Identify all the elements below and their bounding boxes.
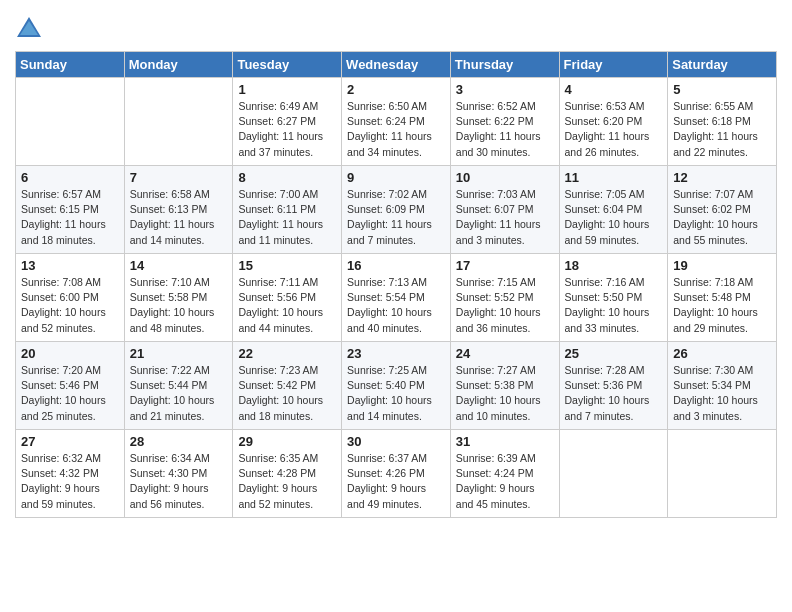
day-info: Sunrise: 7:20 AM Sunset: 5:46 PM Dayligh… [21, 363, 119, 424]
day-info: Sunrise: 6:35 AM Sunset: 4:28 PM Dayligh… [238, 451, 336, 512]
day-info: Sunrise: 7:23 AM Sunset: 5:42 PM Dayligh… [238, 363, 336, 424]
day-number: 22 [238, 346, 336, 361]
day-number: 21 [130, 346, 228, 361]
calendar-cell: 7Sunrise: 6:58 AM Sunset: 6:13 PM Daylig… [124, 166, 233, 254]
day-info: Sunrise: 7:11 AM Sunset: 5:56 PM Dayligh… [238, 275, 336, 336]
calendar-cell: 11Sunrise: 7:05 AM Sunset: 6:04 PM Dayli… [559, 166, 668, 254]
logo [15, 15, 47, 43]
calendar-cell: 16Sunrise: 7:13 AM Sunset: 5:54 PM Dayli… [342, 254, 451, 342]
calendar-cell [668, 430, 777, 518]
calendar-cell: 29Sunrise: 6:35 AM Sunset: 4:28 PM Dayli… [233, 430, 342, 518]
day-info: Sunrise: 6:37 AM Sunset: 4:26 PM Dayligh… [347, 451, 445, 512]
day-info: Sunrise: 7:00 AM Sunset: 6:11 PM Dayligh… [238, 187, 336, 248]
day-number: 19 [673, 258, 771, 273]
calendar-cell: 19Sunrise: 7:18 AM Sunset: 5:48 PM Dayli… [668, 254, 777, 342]
calendar-cell: 31Sunrise: 6:39 AM Sunset: 4:24 PM Dayli… [450, 430, 559, 518]
day-number: 23 [347, 346, 445, 361]
calendar-cell: 4Sunrise: 6:53 AM Sunset: 6:20 PM Daylig… [559, 78, 668, 166]
day-info: Sunrise: 6:55 AM Sunset: 6:18 PM Dayligh… [673, 99, 771, 160]
day-info: Sunrise: 7:02 AM Sunset: 6:09 PM Dayligh… [347, 187, 445, 248]
day-number: 5 [673, 82, 771, 97]
day-info: Sunrise: 7:27 AM Sunset: 5:38 PM Dayligh… [456, 363, 554, 424]
weekday-header-monday: Monday [124, 52, 233, 78]
day-info: Sunrise: 7:05 AM Sunset: 6:04 PM Dayligh… [565, 187, 663, 248]
week-row-4: 20Sunrise: 7:20 AM Sunset: 5:46 PM Dayli… [16, 342, 777, 430]
calendar-cell: 28Sunrise: 6:34 AM Sunset: 4:30 PM Dayli… [124, 430, 233, 518]
day-number: 29 [238, 434, 336, 449]
day-info: Sunrise: 6:39 AM Sunset: 4:24 PM Dayligh… [456, 451, 554, 512]
day-number: 18 [565, 258, 663, 273]
day-number: 24 [456, 346, 554, 361]
calendar-cell: 27Sunrise: 6:32 AM Sunset: 4:32 PM Dayli… [16, 430, 125, 518]
calendar-table: SundayMondayTuesdayWednesdayThursdayFrid… [15, 51, 777, 518]
weekday-header-tuesday: Tuesday [233, 52, 342, 78]
calendar-cell: 8Sunrise: 7:00 AM Sunset: 6:11 PM Daylig… [233, 166, 342, 254]
day-info: Sunrise: 7:15 AM Sunset: 5:52 PM Dayligh… [456, 275, 554, 336]
calendar-cell: 15Sunrise: 7:11 AM Sunset: 5:56 PM Dayli… [233, 254, 342, 342]
week-row-3: 13Sunrise: 7:08 AM Sunset: 6:00 PM Dayli… [16, 254, 777, 342]
weekday-header-wednesday: Wednesday [342, 52, 451, 78]
logo-icon [15, 15, 43, 43]
day-number: 15 [238, 258, 336, 273]
calendar-cell: 24Sunrise: 7:27 AM Sunset: 5:38 PM Dayli… [450, 342, 559, 430]
day-number: 25 [565, 346, 663, 361]
calendar-cell [16, 78, 125, 166]
day-info: Sunrise: 6:52 AM Sunset: 6:22 PM Dayligh… [456, 99, 554, 160]
day-number: 28 [130, 434, 228, 449]
header-row: SundayMondayTuesdayWednesdayThursdayFrid… [16, 52, 777, 78]
week-row-1: 1Sunrise: 6:49 AM Sunset: 6:27 PM Daylig… [16, 78, 777, 166]
day-info: Sunrise: 7:08 AM Sunset: 6:00 PM Dayligh… [21, 275, 119, 336]
header [15, 10, 777, 43]
day-number: 27 [21, 434, 119, 449]
day-number: 26 [673, 346, 771, 361]
calendar-cell: 23Sunrise: 7:25 AM Sunset: 5:40 PM Dayli… [342, 342, 451, 430]
calendar-cell: 22Sunrise: 7:23 AM Sunset: 5:42 PM Dayli… [233, 342, 342, 430]
weekday-header-saturday: Saturday [668, 52, 777, 78]
calendar-cell: 30Sunrise: 6:37 AM Sunset: 4:26 PM Dayli… [342, 430, 451, 518]
weekday-header-friday: Friday [559, 52, 668, 78]
day-info: Sunrise: 6:53 AM Sunset: 6:20 PM Dayligh… [565, 99, 663, 160]
calendar-cell: 14Sunrise: 7:10 AM Sunset: 5:58 PM Dayli… [124, 254, 233, 342]
day-info: Sunrise: 7:03 AM Sunset: 6:07 PM Dayligh… [456, 187, 554, 248]
calendar-cell: 13Sunrise: 7:08 AM Sunset: 6:00 PM Dayli… [16, 254, 125, 342]
day-number: 13 [21, 258, 119, 273]
day-info: Sunrise: 7:22 AM Sunset: 5:44 PM Dayligh… [130, 363, 228, 424]
day-number: 10 [456, 170, 554, 185]
day-info: Sunrise: 7:16 AM Sunset: 5:50 PM Dayligh… [565, 275, 663, 336]
day-number: 12 [673, 170, 771, 185]
day-info: Sunrise: 7:28 AM Sunset: 5:36 PM Dayligh… [565, 363, 663, 424]
day-number: 6 [21, 170, 119, 185]
day-number: 4 [565, 82, 663, 97]
day-number: 16 [347, 258, 445, 273]
calendar-cell: 5Sunrise: 6:55 AM Sunset: 6:18 PM Daylig… [668, 78, 777, 166]
week-row-2: 6Sunrise: 6:57 AM Sunset: 6:15 PM Daylig… [16, 166, 777, 254]
day-info: Sunrise: 6:49 AM Sunset: 6:27 PM Dayligh… [238, 99, 336, 160]
day-info: Sunrise: 6:58 AM Sunset: 6:13 PM Dayligh… [130, 187, 228, 248]
calendar-cell: 21Sunrise: 7:22 AM Sunset: 5:44 PM Dayli… [124, 342, 233, 430]
calendar-cell: 25Sunrise: 7:28 AM Sunset: 5:36 PM Dayli… [559, 342, 668, 430]
day-number: 11 [565, 170, 663, 185]
calendar-cell: 17Sunrise: 7:15 AM Sunset: 5:52 PM Dayli… [450, 254, 559, 342]
day-info: Sunrise: 7:25 AM Sunset: 5:40 PM Dayligh… [347, 363, 445, 424]
day-number: 3 [456, 82, 554, 97]
day-info: Sunrise: 6:34 AM Sunset: 4:30 PM Dayligh… [130, 451, 228, 512]
day-info: Sunrise: 7:13 AM Sunset: 5:54 PM Dayligh… [347, 275, 445, 336]
calendar-cell: 9Sunrise: 7:02 AM Sunset: 6:09 PM Daylig… [342, 166, 451, 254]
day-info: Sunrise: 7:30 AM Sunset: 5:34 PM Dayligh… [673, 363, 771, 424]
calendar-cell: 3Sunrise: 6:52 AM Sunset: 6:22 PM Daylig… [450, 78, 559, 166]
day-number: 31 [456, 434, 554, 449]
calendar-cell: 18Sunrise: 7:16 AM Sunset: 5:50 PM Dayli… [559, 254, 668, 342]
day-number: 7 [130, 170, 228, 185]
calendar-cell: 1Sunrise: 6:49 AM Sunset: 6:27 PM Daylig… [233, 78, 342, 166]
day-number: 14 [130, 258, 228, 273]
day-info: Sunrise: 7:10 AM Sunset: 5:58 PM Dayligh… [130, 275, 228, 336]
day-number: 9 [347, 170, 445, 185]
day-number: 2 [347, 82, 445, 97]
calendar-cell [559, 430, 668, 518]
calendar-cell [124, 78, 233, 166]
calendar-cell: 6Sunrise: 6:57 AM Sunset: 6:15 PM Daylig… [16, 166, 125, 254]
weekday-header-thursday: Thursday [450, 52, 559, 78]
day-number: 1 [238, 82, 336, 97]
calendar-cell: 12Sunrise: 7:07 AM Sunset: 6:02 PM Dayli… [668, 166, 777, 254]
day-info: Sunrise: 6:50 AM Sunset: 6:24 PM Dayligh… [347, 99, 445, 160]
